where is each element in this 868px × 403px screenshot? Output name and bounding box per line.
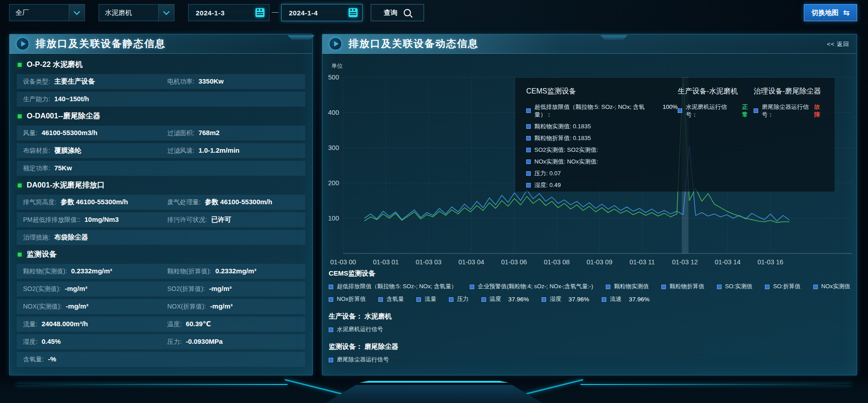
tooltip-item-label: 颗粒物折算值: 0.1835 xyxy=(534,134,591,142)
legend-item[interactable]: 颗粒物折算值 xyxy=(661,283,704,291)
legend-item[interactable]: 湿度37.96% xyxy=(542,295,589,303)
field-value: 768m2 xyxy=(198,129,220,136)
footer-center-emblem xyxy=(326,385,542,403)
field-row: 含氧量:-% xyxy=(17,352,305,367)
field-label: 风量: xyxy=(23,129,38,137)
field-row: PM超低排排放限值::10mg/Nm3排污许可状况:已许可 xyxy=(17,212,305,227)
legend-prod-title: 生产设备： 水泥磨机 xyxy=(329,312,850,321)
legend-marker-icon xyxy=(717,285,722,289)
legend-item[interactable]: 颗粒物实测值 xyxy=(606,283,649,291)
legend-marker-icon xyxy=(526,108,531,113)
field: 排气筒高度:参数 46100-55300m/h xyxy=(17,198,161,206)
y-tick-label: 100 xyxy=(328,215,339,222)
field-row: 治理措施:布袋除尘器 xyxy=(17,230,305,245)
x-tick-label: 01-03 11 xyxy=(629,258,655,266)
field-label: NOX(实测值): xyxy=(23,303,62,311)
legend-item-label: 压力 xyxy=(457,295,469,303)
dynamic-chart[interactable]: 单位 10020030040050001-03 0001-03 0101-03 … xyxy=(328,60,854,268)
tooltip-cems-title: CEMS监测设备 xyxy=(526,87,678,96)
footer-glow-line xyxy=(580,384,852,385)
chevron-down-icon xyxy=(69,5,85,21)
legend-item[interactable]: 流速37.96% xyxy=(602,295,649,303)
legend-item-label: 水泥磨机运行信号 xyxy=(337,326,383,333)
dynamic-info-panel: 排放口及关联设备动态信息 << 返回 单位 10020030040050001-… xyxy=(322,34,857,375)
legend-item[interactable]: SO:实测值 xyxy=(717,283,752,291)
start-date-input[interactable]: 2024-1-3 xyxy=(188,4,269,21)
field-value: 覆膜涤纶 xyxy=(54,146,81,155)
field: SO2(折算值):-mg/m³ xyxy=(161,285,305,293)
end-date-value: 2024-1-4 xyxy=(289,9,318,17)
legend-item-label: SO:实测值 xyxy=(725,283,752,291)
legend-item-label: 颗粒物折算值 xyxy=(670,283,704,291)
legend-item[interactable]: NOx实测值 xyxy=(813,283,850,291)
legend-marker-icon xyxy=(526,124,531,129)
tooltip-item-label: NOx实测值: NOx实测值: xyxy=(534,158,598,165)
section-bullet-icon xyxy=(18,183,22,187)
field-value: 0.2332mg/m³ xyxy=(215,267,256,275)
y-tick-label: 500 xyxy=(328,74,339,81)
field: 压力:-0.0930MPa xyxy=(161,337,305,346)
switch-map-button[interactable]: 切换地图 ⇆ xyxy=(804,4,857,21)
back-link[interactable]: << 返回 xyxy=(827,40,849,48)
section-title-text: O-DA001--磨尾除尘器 xyxy=(27,111,100,121)
field-row: 流量:24048.000m³/h温度:60.39℃ xyxy=(17,317,305,332)
field-value: 140~150t/h xyxy=(54,95,89,103)
legend-item[interactable]: 流量 xyxy=(416,295,436,303)
field: 设备类型:主要生产设备 xyxy=(17,77,161,86)
end-date-input[interactable]: 2024-1-4 xyxy=(281,4,363,21)
legend-row-2: NOx折算值含氧量流量压力温度37.96%湿度37.96%流速37.96% xyxy=(329,295,850,303)
field-value: 3350Kw xyxy=(198,77,224,85)
legend-marker-icon xyxy=(526,171,531,176)
tooltip-prod-item: 水泥磨机运行信号： 正常 xyxy=(678,103,754,118)
field: 排污许可状况:已许可 xyxy=(161,216,305,224)
field-label: 生产能力: xyxy=(23,95,50,103)
legend-item[interactable]: 企业预警值(颗粒物:4; sOz-; NOx-;含氧气量:-) xyxy=(470,283,593,291)
field-value: -0.0930MPa xyxy=(186,337,223,345)
tooltip-item: 颗粒物实测值: 0.1835 xyxy=(526,122,678,130)
section-bullet-icon xyxy=(18,114,22,118)
field-row: 生产能力:140~150t/h xyxy=(17,92,305,107)
field-row: 颗粒物(实测值):0.2332mg/m³颗粒物(折算值):0.2332mg/m³ xyxy=(17,264,305,279)
play-icon xyxy=(16,37,29,51)
legend-item[interactable]: 温度37.96% xyxy=(481,295,529,303)
x-tick-label: 01-03 12 xyxy=(672,258,698,266)
legend-item[interactable]: 磨尾除尘器运行信号 xyxy=(329,356,389,364)
static-info-panel: 排放口及关联设备静态信息 O-P-22 水泥磨机设备类型:主要生产设备电机功率:… xyxy=(9,34,313,375)
field-row: 设备类型:主要生产设备电机功率:3350Kw xyxy=(17,74,305,89)
legend-marker-icon xyxy=(378,297,383,302)
legend-item[interactable]: 超低排放限值（颗拉物:5: SOz-; NOx; 含氧量） xyxy=(329,283,457,291)
legend-marker-icon xyxy=(542,297,546,302)
plant-select[interactable]: 全厂 xyxy=(9,4,85,21)
field: 废气处理量:参数 46100-55300m/h xyxy=(161,198,305,206)
footer-decoration xyxy=(0,375,868,403)
legend-item[interactable]: 水泥磨机运行信号 xyxy=(329,326,383,333)
legend-marker-icon xyxy=(329,285,333,289)
section-title: DA001-水泥磨尾排放口 xyxy=(17,178,305,192)
legend-item-label: 颗粒物实测值 xyxy=(614,283,649,291)
field-value: 0.45% xyxy=(42,337,61,345)
tooltip-prod-column: 生产设备-水泥磨机 水泥磨机运行信号： 正常 xyxy=(678,87,754,183)
query-button[interactable]: 查询 xyxy=(371,4,424,21)
legend-item-label: 流速 xyxy=(610,295,622,303)
field: 风量:46100-55300m3/h xyxy=(17,129,161,137)
field-value: 60.39℃ xyxy=(186,320,211,328)
legend-marker-icon xyxy=(416,297,421,302)
field-value: 46100-55300m3/h xyxy=(42,129,97,136)
legend-marker-icon xyxy=(449,297,453,302)
legend-mon-title: 监测设备： 磨尾除尘器 xyxy=(329,342,850,351)
x-tick-label: 01-03 09 xyxy=(586,258,612,266)
legend-item[interactable]: SO:折算值 xyxy=(765,283,800,291)
field-value: 参数 46100-55300m/h xyxy=(205,198,272,206)
chart-tooltip: CEMS监测设备 超低排放限值（颗拉物:5: SOz-; NOx; 含氧量）：1… xyxy=(515,78,835,192)
tooltip-treat-label: 磨尾除尘器运行信号： xyxy=(762,103,810,118)
legend-item-value: 37.96% xyxy=(569,296,590,303)
legend-item[interactable]: 含氧量 xyxy=(378,295,404,303)
device-select[interactable]: 水泥磨机 xyxy=(99,4,175,21)
tooltip-item: NOx实测值: NOx实测值: xyxy=(526,158,678,165)
legend-item[interactable]: NOx折算值 xyxy=(329,295,366,303)
field-value: 24048.000m³/h xyxy=(42,320,88,328)
legend-item-label: 含氧量 xyxy=(387,295,404,303)
field-value: 主要生产设备 xyxy=(54,77,95,86)
legend-item[interactable]: 压力 xyxy=(449,295,469,303)
field-value: -% xyxy=(48,355,56,363)
